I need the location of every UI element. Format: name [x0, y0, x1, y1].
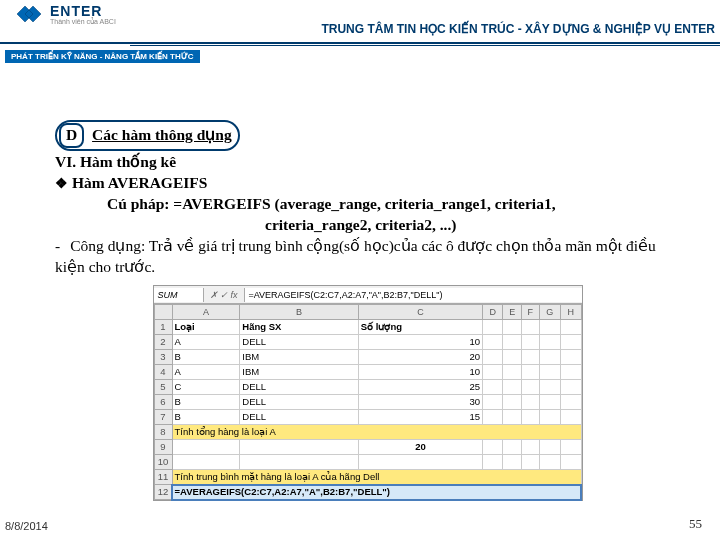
table-row: 2ADELL10 — [154, 335, 581, 350]
dash-bullet: - — [55, 237, 60, 254]
header-title: TRUNG TÂM TIN HỌC KIẾN TRÚC - XÂY DỰNG &… — [321, 22, 715, 36]
formula-input: =AVERAGEIFS(C2:C7,A2:A7,"A",B2:B7,"DELL"… — [244, 288, 582, 302]
heading-func: ❖Hàm AVERAGEIFS — [55, 173, 680, 194]
syntax-line-2: criteria_range2, criteria2, ...) — [265, 215, 680, 236]
footer-date: 8/8/2014 — [5, 520, 48, 532]
table-row: 6BDELL30 — [154, 395, 581, 410]
fx-icon: ✗ ✓ fx — [204, 289, 244, 301]
syntax-line-1: Cú pháp: =AVERGEIFS (average_range, crit… — [107, 194, 680, 215]
spreadsheet-grid: ABCDEFGH 1LoạiHãng SXSố lượng2ADELL103BI… — [154, 304, 582, 500]
formula-bar: SUM ✗ ✓ fx =AVERAGEIFS(C2:C7,A2:A7,"A",B… — [154, 286, 582, 304]
heading-vi: VI. Hàm thống kê — [55, 152, 680, 173]
table-row: 5CDELL25 — [154, 380, 581, 395]
section-badge: D Các hàm thông dụng — [55, 120, 240, 151]
table-row: 4AIBM10 — [154, 365, 581, 380]
description: -Công dụng: Trả về giá trị trung bình cộ… — [55, 236, 680, 278]
logo-area: ENTER Thành viên của ABCI — [15, 2, 116, 26]
divider — [0, 42, 720, 44]
table-row: 1LoạiHãng SXSố lượng — [154, 320, 581, 335]
table-row: 7BDELL15 — [154, 410, 581, 425]
table-row: 12=AVERAGEIFS(C2:C7,A2:A7,"A",B2:B7,"DEL… — [154, 485, 581, 500]
section-title: Các hàm thông dụng — [92, 126, 232, 143]
table-row: 11Tính trung bình mặt hàng là loại A của… — [154, 470, 581, 485]
footer-page: 55 — [689, 516, 702, 532]
table-row: 3BIBM20 — [154, 350, 581, 365]
diamond-bullet-icon: ❖ — [55, 176, 68, 191]
brand-name: ENTER — [50, 3, 102, 19]
table-row: 10 — [154, 455, 581, 470]
divider — [130, 45, 720, 46]
brand-subtitle: Thành viên của ABCI — [50, 18, 116, 26]
table-row: 8Tính tổng hàng là loại A — [154, 425, 581, 440]
section-letter: D — [59, 123, 84, 148]
name-box: SUM — [154, 288, 204, 302]
slide-content: D Các hàm thông dụng VI. Hàm thống kê ❖H… — [0, 50, 720, 501]
excel-screenshot: SUM ✗ ✓ fx =AVERAGEIFS(C2:C7,A2:A7,"A",B… — [153, 285, 583, 501]
slide-header: ENTER Thành viên của ABCI TRUNG TÂM TIN … — [0, 0, 720, 50]
table-row: 920 — [154, 440, 581, 455]
logo-icon — [15, 4, 45, 24]
slogan-bar: PHÁT TRIỂN KỸ NĂNG - NÂNG TẦM KIẾN THỨC — [5, 50, 200, 63]
